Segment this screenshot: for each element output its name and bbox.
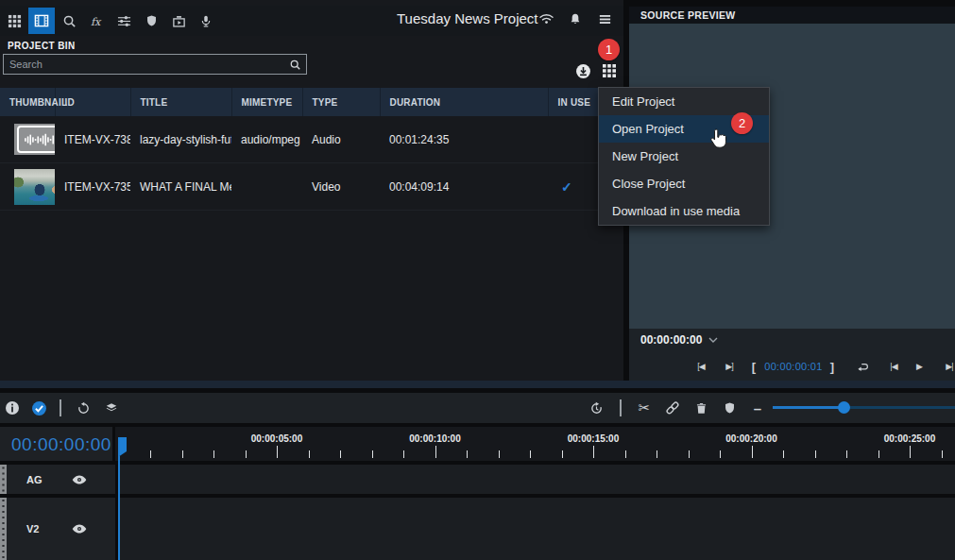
mimetype-cell [231,163,302,211]
menu-icon[interactable] [593,8,616,30]
shield-icon[interactable] [719,398,740,418]
ruler-tick [150,450,151,458]
unlink-icon[interactable] [662,398,683,418]
playhead-line [118,456,120,560]
id-cell: ITEM-VX-7358 [55,163,130,211]
in-use-check-icon: ✓ [557,179,572,195]
duration-cell: 00:01:24:35 [380,116,548,163]
track-lane[interactable] [115,498,955,560]
wifi-icon[interactable] [535,8,557,30]
goto-out-button[interactable]: ▶] [718,351,741,382]
ruler-tick [277,446,278,458]
timeline-zoom-slider[interactable] [773,406,955,409]
preview-timecode: 00:00:00:00 [640,333,702,347]
timeline-timecode-box: 00:00:00:00 [0,427,115,461]
scissors-icon[interactable]: ✂ [634,398,655,418]
timeline-ruler[interactable]: 00:00:05:0000:00:10:0000:00:15:0000:00:2… [115,427,955,461]
ruler-label: 00:00:20:00 [714,433,790,444]
ruler-tick [720,450,721,458]
minus-icon[interactable]: – [747,398,768,418]
track-header-v2[interactable]: V2 [0,498,115,560]
type-cell: Audio [302,116,380,163]
audio-waveform-thumbnail [14,124,55,155]
ruler-tick [752,446,753,458]
ruler-tick [625,450,626,458]
menu-item-close-project[interactable]: Close Project [599,170,769,197]
trash-icon[interactable] [691,398,711,418]
ruler-tick [403,450,404,458]
ruler-tick [530,450,531,458]
table-row[interactable]: ITEM-VX-7381lazy-day-stylish-futur...aud… [0,116,623,163]
thumbnail-cell [0,163,55,211]
media-box-icon[interactable] [165,8,192,34]
microphone-icon[interactable] [193,8,219,34]
media-table: THUMBNAILIDTITLEMIMETYPETYPEDURATIONIN U… [0,88,623,211]
chevron-down-icon[interactable] [708,337,718,343]
column-header-id[interactable]: ID [55,88,130,116]
adjust-icon[interactable] [111,8,137,34]
ruler-tick [435,446,436,458]
track-name: V2 [26,523,39,535]
track-drag-handle[interactable] [0,498,7,560]
play-button[interactable]: ▶ [911,351,928,382]
column-header-duration[interactable]: DURATION [380,88,548,116]
svg-text:fx: fx [90,15,101,27]
goto-in-button[interactable]: [◀ [690,351,712,382]
ruler-tick [499,450,500,458]
toolbar-divider [60,399,61,416]
track-lane[interactable] [115,465,955,494]
toolbar-divider [620,399,622,416]
download-icon[interactable] [572,60,593,81]
track-drag-handle[interactable] [0,465,7,494]
search-icon[interactable] [289,59,306,71]
column-header-mimetype[interactable]: MIMETYPE [231,88,302,116]
info-icon[interactable] [2,398,23,418]
mimetype-cell: audio/mpeg [231,116,302,163]
track-visibility-eye-icon[interactable] [72,474,87,484]
ruler-tick [467,450,468,458]
ruler-tick [182,450,183,458]
ruler-label: 00:00:15:00 [555,433,631,444]
bin-search-box [3,54,307,75]
column-header-title[interactable]: TITLE [130,88,231,116]
bin-grid-icon[interactable] [599,60,620,81]
menu-item-download-in-use-media[interactable]: Download in use media [599,197,769,225]
menu-item-new-project[interactable]: New Project [599,143,769,170]
menu-item-edit-project[interactable]: Edit Project [599,88,769,115]
track-header-ag[interactable]: AG [0,465,115,494]
check-circle-icon[interactable] [28,398,49,418]
project-bin-icon[interactable] [28,8,55,34]
timeline-toolbar: ✂– [0,393,955,423]
effects-icon[interactable]: fx [83,8,110,34]
title-cell: lazy-day-stylish-futur... [130,116,231,163]
ruler-tick [910,446,911,458]
zoom-slider-thumb[interactable] [838,401,850,414]
search-icon[interactable] [56,8,82,34]
undo-icon[interactable] [73,398,94,418]
mark-out-button[interactable]: ] [827,351,838,382]
ruler-label: 00:00:10:00 [398,433,473,444]
column-header-thumbnail[interactable]: THUMBNAIL [0,88,55,116]
mark-in-button[interactable]: [ [748,351,759,382]
bell-icon[interactable] [564,8,587,30]
title-cell: WHAT A FINAL Men ... [130,163,231,211]
ruler-tick [657,450,657,458]
search-input[interactable] [4,59,289,70]
ruler-tick [246,450,247,458]
project-title: Tuesday News Project [397,10,529,26]
track-visibility-eye-icon[interactable] [72,524,87,535]
history-icon[interactable] [586,398,606,418]
loop-button[interactable] [852,351,873,382]
shield-icon[interactable] [138,8,164,34]
skip-end-button[interactable]: ▶| [938,351,955,382]
layers-icon[interactable] [101,398,122,418]
column-header-type[interactable]: TYPE [302,88,380,116]
step-badge-1: 1 [598,39,620,60]
track-name: AG [26,474,43,485]
table-row[interactable]: ITEM-VX-7358WHAT A FINAL Men ...Video00:… [0,163,623,211]
app-grid-icon[interactable] [1,8,27,34]
skip-start-button[interactable]: |◀ [882,351,905,382]
ruler-label: 00:00:25:00 [872,433,947,444]
table-header-row: THUMBNAILIDTITLEMIMETYPETYPEDURATIONIN U… [0,88,623,116]
project-bin-panel: fx Tuesday News Project PROJECT BIN THUM… [0,0,623,381]
